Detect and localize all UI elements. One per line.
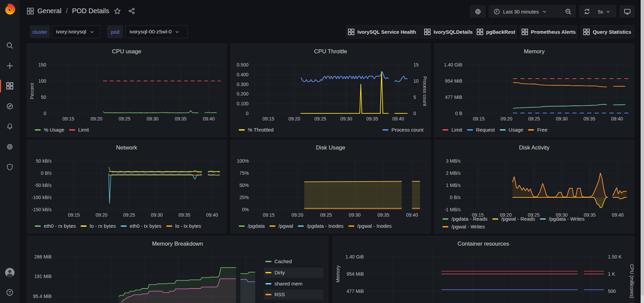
svg-text:1.40 GiB: 1.40 GiB [444,62,462,67]
svg-text:0: 0 [413,111,416,116]
svg-text:09:40: 09:40 [611,116,623,121]
svg-text:2 MB/s: 2 MB/s [446,170,461,176]
svg-text:15: 15 [413,62,419,67]
svg-text:3 MB/s: 3 MB/s [446,158,461,164]
svg-text:1.40 GiB: 1.40 GiB [346,254,364,259]
svg-text:954 MiB: 954 MiB [347,271,364,277]
svg-text:09:35: 09:35 [175,116,186,121]
svg-text:09:25: 09:25 [123,212,135,218]
svg-text:954 MiB: 954 MiB [445,78,462,84]
svg-text:1 MB/s: 1 MB/s [446,183,461,188]
svg-text:09:20: 09:20 [95,212,107,218]
svg-text:0.300: 0.300 [237,82,248,87]
svg-text:09:35: 09:35 [178,212,190,218]
svg-text:0.100: 0.100 [237,101,248,106]
svg-text:477 MiB: 477 MiB [445,94,462,100]
svg-text:09:15: 09:15 [473,116,485,121]
svg-text:?: ? [8,290,11,295]
svg-text:09:20: 09:20 [288,116,300,121]
svg-text:0.500: 0.500 [237,62,248,67]
svg-text:09:15: 09:15 [262,116,274,121]
svg-text:50 kB/s: 50 kB/s [36,158,52,164]
svg-text:100: 100 [38,78,47,84]
svg-text:09:35: 09:35 [377,212,389,218]
svg-text:150: 150 [38,62,47,67]
svg-text:09:20: 09:20 [291,212,303,218]
svg-text:09:25: 09:25 [528,116,540,121]
svg-text:09:40: 09:40 [206,212,218,218]
svg-text:0: 0 [246,111,248,116]
svg-text:09:30: 09:30 [147,116,158,121]
svg-text:09:40: 09:40 [392,116,404,121]
svg-text:0.400: 0.400 [237,72,248,77]
svg-text:0.200: 0.200 [237,91,248,97]
svg-text:CPU (millicores): CPU (millicores) [629,264,635,298]
svg-text:09:25: 09:25 [314,116,326,121]
svg-text:1.50 K: 1.50 K [608,254,622,259]
svg-text:09:25: 09:25 [320,212,332,218]
svg-text:09:40: 09:40 [612,212,623,218]
svg-text:09:30: 09:30 [151,212,163,218]
svg-text:09:20: 09:20 [90,116,102,121]
svg-text:-100 kB/s: -100 kB/s [32,195,52,200]
svg-text:09:25: 09:25 [119,116,130,121]
svg-text:-50 kB/s: -50 kB/s [34,183,52,188]
svg-text:100%: 100% [237,158,249,164]
svg-text:286 MiB: 286 MiB [34,254,52,259]
svg-text:50: 50 [41,94,46,100]
svg-text:09:30: 09:30 [556,116,567,121]
svg-text:5: 5 [413,94,416,100]
svg-text:0: 0 [43,111,46,116]
svg-text:500: 500 [608,288,616,294]
svg-text:Process count: Process count [422,76,428,106]
svg-text:0 B/s: 0 B/s [450,195,461,200]
svg-text:50%: 50% [239,183,249,188]
svg-text:09:40: 09:40 [203,116,215,121]
svg-text:191 MiB: 191 MiB [34,274,52,279]
svg-text:1 K: 1 K [608,271,615,277]
svg-text:09:40: 09:40 [406,212,418,218]
svg-text:10: 10 [413,78,419,84]
svg-text:-1 MB/s: -1 MB/s [444,207,461,212]
svg-text:09:30: 09:30 [340,116,352,121]
svg-text:Percent: Percent [29,83,35,99]
svg-text:09:15: 09:15 [263,212,274,218]
svg-text:09:20: 09:20 [500,116,512,121]
svg-text:09:15: 09:15 [62,116,74,121]
svg-text:477 MiB: 477 MiB [347,288,364,294]
svg-text:25%: 25% [239,195,249,200]
svg-text:-150 kB/s: -150 kB/s [32,207,52,212]
svg-text:0 B/s: 0 B/s [41,170,52,176]
svg-text:0 B: 0 B [455,111,462,116]
svg-text:09:15: 09:15 [68,212,80,218]
svg-text:75%: 75% [239,170,249,176]
svg-text:09:35: 09:35 [583,116,595,121]
svg-text:95.4 MiB: 95.4 MiB [33,294,52,299]
svg-text:Memory: Memory [335,266,341,283]
svg-text:09:30: 09:30 [349,212,360,218]
svg-text:0%: 0% [242,207,249,212]
svg-text:09:35: 09:35 [366,116,378,121]
